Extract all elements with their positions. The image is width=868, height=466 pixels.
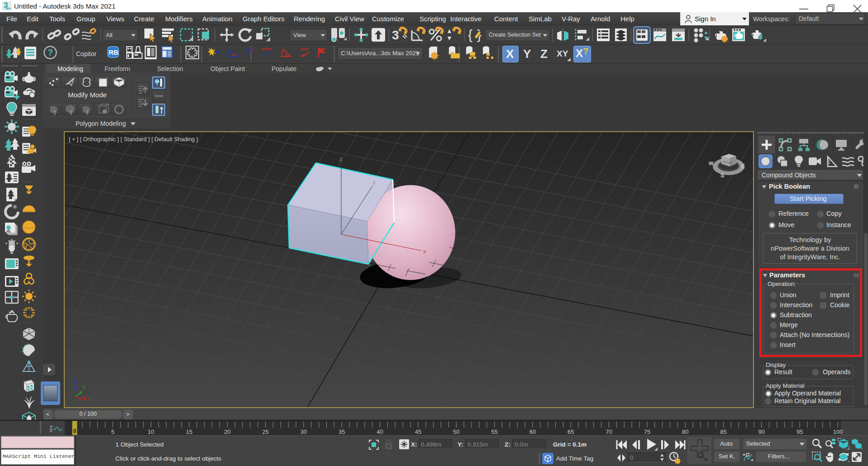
svg-text:50.: 50.: [250, 48, 255, 52]
svg-text:40: 40: [377, 428, 383, 435]
svg-text:55: 55: [491, 428, 497, 435]
svg-text:90: 90: [758, 428, 765, 435]
svg-text:85: 85: [720, 428, 726, 435]
svg-text:95: 95: [796, 428, 803, 435]
svg-text:45: 45: [415, 428, 421, 435]
svg-text:30: 30: [300, 428, 307, 435]
svg-text:35: 35: [339, 428, 345, 435]
svg-text:70: 70: [606, 428, 612, 435]
svg-text:25: 25: [262, 428, 268, 435]
svg-text:100: 100: [833, 428, 843, 435]
svg-text:{: {: [468, 27, 472, 42]
svg-text:y: y: [373, 179, 376, 185]
svg-text:x: x: [423, 248, 426, 255]
svg-text:NOTE: NOTE: [262, 47, 272, 51]
svg-text:Z: Z: [74, 379, 77, 384]
svg-text:E: E: [741, 163, 745, 170]
svg-text:[ + ] [ Orthographic ] [ Stand: [ + ] [ Orthographic ] [ Standard ] [ De…: [69, 136, 198, 143]
svg-text:10: 10: [148, 428, 154, 435]
svg-text:75: 75: [644, 428, 650, 435]
svg-text:45: 45: [284, 52, 289, 57]
svg-text:15: 15: [186, 428, 192, 435]
svg-text:60: 60: [529, 428, 536, 435]
svg-text:20: 20: [224, 428, 230, 435]
svg-text:3: 3: [392, 28, 399, 42]
svg-text:?: ?: [48, 48, 53, 57]
svg-text:80: 80: [682, 428, 688, 435]
svg-text:x: x: [87, 396, 90, 401]
svg-text:50: 50: [453, 428, 459, 435]
svg-text:W: W: [709, 161, 714, 166]
svg-text:Y: Y: [82, 385, 86, 390]
svg-text:5: 5: [111, 428, 114, 435]
svg-text:RB: RB: [109, 48, 119, 56]
svg-text:S: S: [720, 172, 725, 179]
svg-text:MAP: MAP: [300, 47, 309, 51]
svg-text:45: 45: [232, 52, 236, 57]
svg-text:65: 65: [568, 428, 574, 435]
svg-text:z: z: [339, 156, 342, 162]
